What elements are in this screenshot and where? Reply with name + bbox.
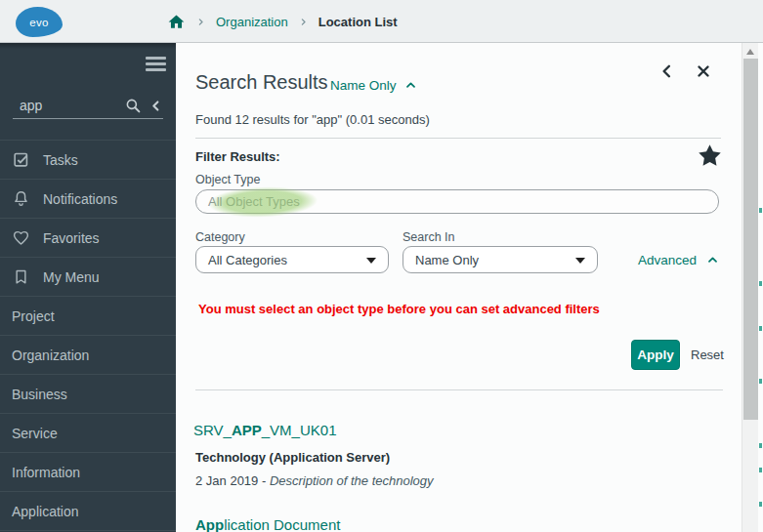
notifications-bell-icon <box>12 189 30 208</box>
results-summary: Found 12 results for "app" (0.01 seconds… <box>195 112 430 127</box>
sidebar-search-input[interactable]: app <box>20 98 42 113</box>
sidebar-item-notifications[interactable]: Notifications <box>0 180 176 219</box>
result-description: Description of the technology <box>270 473 434 488</box>
object-type-value: All Object Types <box>208 194 300 209</box>
object-type-input[interactable]: All Object Types <box>195 189 719 214</box>
advanced-toggle[interactable]: Advanced <box>638 253 720 267</box>
reset-link[interactable]: Reset <box>691 348 724 362</box>
breadcrumb-chevron-icon <box>196 17 205 27</box>
my-menu-bookmark-icon <box>12 267 30 286</box>
back-icon[interactable] <box>658 62 676 80</box>
sidebar-item-application[interactable]: Application <box>0 492 176 531</box>
filter-heading: Filter Results: <box>195 149 280 164</box>
sidebar-item-label: Information <box>12 465 80 480</box>
scroll-match-tick <box>759 208 762 213</box>
top-bar: evo Organization Location List <box>0 0 763 43</box>
page-title: Search Results <box>195 71 328 94</box>
result-name-post: lication Document <box>224 516 340 532</box>
result-type: Technology (Application Server) <box>195 450 390 465</box>
sidebar-item-label: Favorites <box>43 230 100 246</box>
sidebar-item-label: My Menu <box>43 269 100 285</box>
dropdown-arrow-icon <box>366 258 376 264</box>
sidebar-item-label: Tasks <box>43 152 78 168</box>
result-date: 2 Jan 2019 - <box>195 473 270 488</box>
breadcrumb-chevron-icon <box>299 17 308 27</box>
close-icon[interactable] <box>695 62 712 80</box>
sidebar-item-project[interactable]: Project <box>0 297 176 336</box>
scroll-match-tick <box>759 443 762 448</box>
divider <box>195 389 723 390</box>
result-name-match: App <box>195 516 224 532</box>
logo-text: evo <box>29 17 48 28</box>
search-icon[interactable] <box>124 97 142 114</box>
scrollbar-up-arrow-icon[interactable] <box>746 49 754 55</box>
sidebar-item-label: Application <box>12 504 79 519</box>
validation-warning: You must select an object type before yo… <box>198 302 600 316</box>
sidebar: app Tasks Notifications <box>0 43 176 532</box>
scope-label: Name Only <box>330 78 397 93</box>
chevron-up-icon <box>705 254 720 266</box>
scrollbar-thumb[interactable] <box>743 59 758 420</box>
search-in-label: Search In <box>403 230 455 244</box>
evo-logo[interactable]: evo <box>16 7 63 37</box>
home-icon[interactable] <box>167 13 186 31</box>
sidebar-item-label: Organization <box>12 348 89 363</box>
sidebar-item-tasks[interactable]: Tasks <box>0 141 176 180</box>
breadcrumb-organization[interactable]: Organization <box>216 15 288 29</box>
result-name-post: _VM_UK01 <box>262 422 337 438</box>
result-date-description: 2 Jan 2019 - Description of the technolo… <box>195 473 434 488</box>
object-type-label: Object Type <box>195 173 260 186</box>
result-link[interactable]: Application Document <box>195 516 340 532</box>
result-link[interactable]: SRV_APP_VM_UK01 <box>193 422 336 438</box>
advanced-label: Advanced <box>638 253 697 267</box>
sidebar-menu: Tasks Notifications Favorites My Menu Pr… <box>0 140 176 531</box>
result-name-match: APP <box>232 422 262 438</box>
category-select[interactable]: All Categories <box>195 246 389 273</box>
category-value: All Categories <box>208 253 287 267</box>
sidebar-item-my-menu[interactable]: My Menu <box>0 258 176 297</box>
scroll-match-tick <box>759 379 762 384</box>
search-in-value: Name Only <box>415 253 479 267</box>
sidebar-item-label: Notifications <box>43 191 117 207</box>
apply-button[interactable]: Apply <box>631 340 680 370</box>
divider <box>195 138 721 139</box>
favorite-star-icon[interactable] <box>697 143 723 169</box>
sidebar-item-favorites[interactable]: Favorites <box>0 219 176 258</box>
search-underline <box>13 118 163 119</box>
scrollbar-track[interactable] <box>742 43 758 532</box>
collapse-left-icon[interactable] <box>148 98 163 114</box>
scroll-match-tick <box>759 281 762 286</box>
category-label: Category <box>195 230 245 244</box>
search-results-panel: Search Results Name Only Found 12 result… <box>176 43 763 532</box>
dropdown-arrow-icon <box>575 258 585 264</box>
sidebar-header <box>0 43 176 86</box>
scroll-match-tick <box>759 326 762 331</box>
sidebar-item-label: Project <box>12 308 55 324</box>
search-scope-toggle[interactable]: Name Only <box>330 78 418 93</box>
scroll-match-tick <box>759 468 762 472</box>
breadcrumb: Organization Location List <box>167 0 398 43</box>
result-name-pre: SRV_ <box>193 422 232 438</box>
hamburger-icon[interactable] <box>146 57 166 74</box>
sidebar-item-label: Business <box>12 387 67 402</box>
breadcrumb-current: Location List <box>318 15 398 29</box>
favorites-heart-icon <box>12 228 30 247</box>
scroll-match-tick <box>759 502 762 507</box>
sidebar-item-label: Service <box>12 426 58 441</box>
chevron-up-icon <box>403 79 418 92</box>
sidebar-item-service[interactable]: Service <box>0 414 176 453</box>
sidebar-search[interactable]: app <box>0 86 176 140</box>
sidebar-item-information[interactable]: Information <box>0 453 176 492</box>
tasks-icon <box>12 150 30 169</box>
sidebar-item-organization[interactable]: Organization <box>0 336 176 375</box>
sidebar-item-business[interactable]: Business <box>0 375 176 414</box>
search-in-select[interactable]: Name Only <box>403 246 598 273</box>
